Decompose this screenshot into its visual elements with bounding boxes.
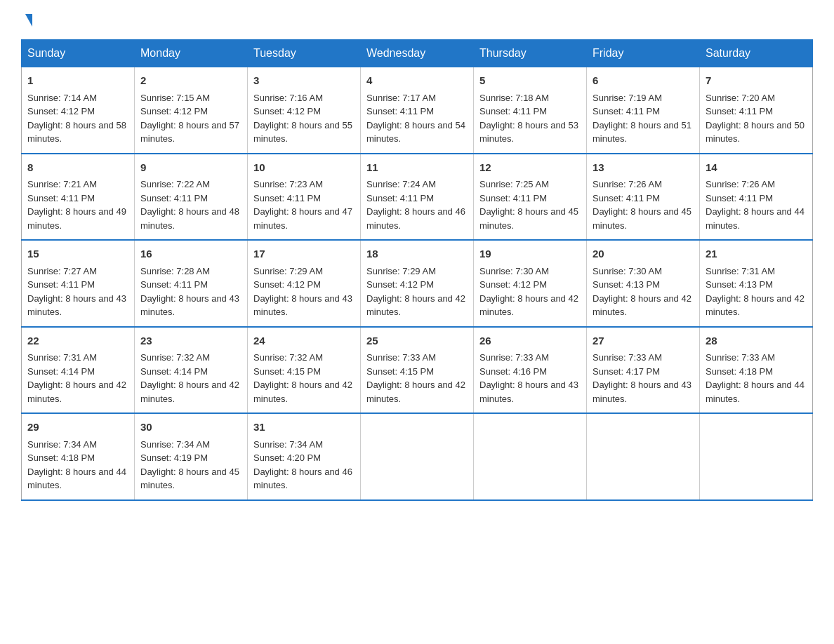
day-info: Sunrise: 7:18 AMSunset: 4:11 PMDaylight:… bbox=[479, 93, 578, 145]
day-number: 16 bbox=[140, 246, 241, 262]
day-info: Sunrise: 7:23 AMSunset: 4:11 PMDaylight:… bbox=[253, 179, 352, 231]
day-number: 17 bbox=[253, 246, 355, 262]
day-number: 6 bbox=[593, 73, 694, 89]
calendar-cell: 12 Sunrise: 7:25 AMSunset: 4:11 PMDaylig… bbox=[474, 154, 587, 241]
day-info: Sunrise: 7:30 AMSunset: 4:12 PMDaylight:… bbox=[479, 266, 578, 318]
day-info: Sunrise: 7:33 AMSunset: 4:16 PMDaylight:… bbox=[479, 352, 578, 404]
calendar-cell bbox=[700, 413, 813, 500]
day-info: Sunrise: 7:34 AMSunset: 4:19 PMDaylight:… bbox=[140, 439, 239, 491]
header bbox=[21, 14, 813, 27]
week-row-2: 8 Sunrise: 7:21 AMSunset: 4:11 PMDayligh… bbox=[22, 154, 813, 241]
calendar-cell: 4 Sunrise: 7:17 AMSunset: 4:11 PMDayligh… bbox=[361, 67, 474, 154]
calendar-cell: 19 Sunrise: 7:30 AMSunset: 4:12 PMDaylig… bbox=[474, 240, 587, 327]
day-number: 14 bbox=[706, 160, 807, 176]
day-number: 27 bbox=[593, 333, 694, 349]
calendar-cell: 9 Sunrise: 7:22 AMSunset: 4:11 PMDayligh… bbox=[135, 154, 248, 241]
calendar-cell bbox=[361, 413, 474, 500]
day-number: 5 bbox=[479, 73, 581, 89]
calendar-cell: 29 Sunrise: 7:34 AMSunset: 4:18 PMDaylig… bbox=[22, 413, 135, 500]
calendar-cell: 26 Sunrise: 7:33 AMSunset: 4:16 PMDaylig… bbox=[474, 327, 587, 414]
day-info: Sunrise: 7:34 AMSunset: 4:18 PMDaylight:… bbox=[27, 439, 126, 491]
calendar-cell: 6 Sunrise: 7:19 AMSunset: 4:11 PMDayligh… bbox=[587, 67, 700, 154]
calendar-cell: 20 Sunrise: 7:30 AMSunset: 4:13 PMDaylig… bbox=[587, 240, 700, 327]
calendar-cell: 7 Sunrise: 7:20 AMSunset: 4:11 PMDayligh… bbox=[700, 67, 813, 154]
day-number: 26 bbox=[479, 333, 581, 349]
day-info: Sunrise: 7:27 AMSunset: 4:11 PMDaylight:… bbox=[27, 266, 126, 318]
calendar-cell bbox=[474, 413, 587, 500]
day-info: Sunrise: 7:22 AMSunset: 4:11 PMDaylight:… bbox=[140, 179, 239, 231]
day-info: Sunrise: 7:14 AMSunset: 4:12 PMDaylight:… bbox=[27, 93, 126, 145]
day-number: 21 bbox=[706, 246, 807, 262]
day-number: 24 bbox=[253, 333, 355, 349]
week-row-5: 29 Sunrise: 7:34 AMSunset: 4:18 PMDaylig… bbox=[22, 413, 813, 500]
calendar-cell: 13 Sunrise: 7:26 AMSunset: 4:11 PMDaylig… bbox=[587, 154, 700, 241]
calendar-cell: 25 Sunrise: 7:33 AMSunset: 4:15 PMDaylig… bbox=[361, 327, 474, 414]
day-number: 22 bbox=[27, 333, 128, 349]
day-info: Sunrise: 7:29 AMSunset: 4:12 PMDaylight:… bbox=[253, 266, 352, 318]
day-info: Sunrise: 7:33 AMSunset: 4:18 PMDaylight:… bbox=[706, 352, 805, 404]
day-number: 20 bbox=[593, 246, 694, 262]
day-of-week-header-saturday: Saturday bbox=[700, 40, 813, 67]
week-row-1: 1 Sunrise: 7:14 AMSunset: 4:12 PMDayligh… bbox=[22, 67, 813, 154]
day-number: 1 bbox=[27, 73, 128, 89]
calendar-cell: 15 Sunrise: 7:27 AMSunset: 4:11 PMDaylig… bbox=[22, 240, 135, 327]
day-info: Sunrise: 7:33 AMSunset: 4:17 PMDaylight:… bbox=[593, 352, 691, 404]
day-info: Sunrise: 7:21 AMSunset: 4:11 PMDaylight:… bbox=[27, 179, 126, 231]
calendar-cell: 21 Sunrise: 7:31 AMSunset: 4:13 PMDaylig… bbox=[700, 240, 813, 327]
calendar-table: SundayMondayTuesdayWednesdayThursdayFrid… bbox=[21, 39, 813, 501]
day-number: 10 bbox=[253, 160, 355, 176]
day-info: Sunrise: 7:31 AMSunset: 4:14 PMDaylight:… bbox=[27, 352, 126, 404]
day-info: Sunrise: 7:31 AMSunset: 4:13 PMDaylight:… bbox=[706, 266, 805, 318]
day-info: Sunrise: 7:19 AMSunset: 4:11 PMDaylight:… bbox=[593, 93, 691, 145]
day-info: Sunrise: 7:32 AMSunset: 4:15 PMDaylight:… bbox=[253, 352, 352, 404]
day-info: Sunrise: 7:26 AMSunset: 4:11 PMDaylight:… bbox=[706, 179, 805, 231]
calendar-cell bbox=[587, 413, 700, 500]
calendar-cell: 1 Sunrise: 7:14 AMSunset: 4:12 PMDayligh… bbox=[22, 67, 135, 154]
calendar-cell: 28 Sunrise: 7:33 AMSunset: 4:18 PMDaylig… bbox=[700, 327, 813, 414]
day-number: 18 bbox=[366, 246, 468, 262]
day-number: 19 bbox=[479, 246, 581, 262]
day-number: 12 bbox=[479, 160, 581, 176]
calendar-cell: 23 Sunrise: 7:32 AMSunset: 4:14 PMDaylig… bbox=[135, 327, 248, 414]
day-info: Sunrise: 7:24 AMSunset: 4:11 PMDaylight:… bbox=[366, 179, 465, 231]
day-of-week-header-thursday: Thursday bbox=[474, 40, 587, 67]
day-number: 30 bbox=[140, 420, 241, 436]
logo-triangle-icon bbox=[25, 14, 32, 27]
day-number: 7 bbox=[706, 73, 807, 89]
day-number: 31 bbox=[253, 420, 355, 436]
calendar-cell: 5 Sunrise: 7:18 AMSunset: 4:11 PMDayligh… bbox=[474, 67, 587, 154]
calendar-cell: 18 Sunrise: 7:29 AMSunset: 4:12 PMDaylig… bbox=[361, 240, 474, 327]
day-info: Sunrise: 7:17 AMSunset: 4:11 PMDaylight:… bbox=[366, 93, 465, 145]
day-number: 29 bbox=[27, 420, 128, 436]
day-of-week-header-sunday: Sunday bbox=[22, 40, 135, 67]
calendar-cell: 27 Sunrise: 7:33 AMSunset: 4:17 PMDaylig… bbox=[587, 327, 700, 414]
day-number: 8 bbox=[27, 160, 128, 176]
days-of-week-row: SundayMondayTuesdayWednesdayThursdayFrid… bbox=[22, 40, 813, 67]
day-number: 13 bbox=[593, 160, 694, 176]
calendar-cell: 10 Sunrise: 7:23 AMSunset: 4:11 PMDaylig… bbox=[248, 154, 361, 241]
day-number: 23 bbox=[140, 333, 241, 349]
week-row-4: 22 Sunrise: 7:31 AMSunset: 4:14 PMDaylig… bbox=[22, 327, 813, 414]
calendar-cell: 2 Sunrise: 7:15 AMSunset: 4:12 PMDayligh… bbox=[135, 67, 248, 154]
calendar-cell: 30 Sunrise: 7:34 AMSunset: 4:19 PMDaylig… bbox=[135, 413, 248, 500]
day-info: Sunrise: 7:20 AMSunset: 4:11 PMDaylight:… bbox=[706, 93, 805, 145]
calendar-cell: 16 Sunrise: 7:28 AMSunset: 4:11 PMDaylig… bbox=[135, 240, 248, 327]
day-number: 9 bbox=[140, 160, 241, 176]
day-info: Sunrise: 7:32 AMSunset: 4:14 PMDaylight:… bbox=[140, 352, 239, 404]
day-of-week-header-tuesday: Tuesday bbox=[248, 40, 361, 67]
logo bbox=[21, 14, 32, 27]
week-row-3: 15 Sunrise: 7:27 AMSunset: 4:11 PMDaylig… bbox=[22, 240, 813, 327]
day-info: Sunrise: 7:28 AMSunset: 4:11 PMDaylight:… bbox=[140, 266, 239, 318]
calendar-cell: 11 Sunrise: 7:24 AMSunset: 4:11 PMDaylig… bbox=[361, 154, 474, 241]
calendar-cell: 24 Sunrise: 7:32 AMSunset: 4:15 PMDaylig… bbox=[248, 327, 361, 414]
day-number: 2 bbox=[140, 73, 241, 89]
day-info: Sunrise: 7:29 AMSunset: 4:12 PMDaylight:… bbox=[366, 266, 465, 318]
day-of-week-header-monday: Monday bbox=[135, 40, 248, 67]
logo-blue-text bbox=[21, 14, 32, 27]
day-number: 11 bbox=[366, 160, 468, 176]
day-number: 4 bbox=[366, 73, 468, 89]
day-number: 25 bbox=[366, 333, 468, 349]
day-info: Sunrise: 7:33 AMSunset: 4:15 PMDaylight:… bbox=[366, 352, 465, 404]
day-info: Sunrise: 7:15 AMSunset: 4:12 PMDaylight:… bbox=[140, 93, 239, 145]
day-info: Sunrise: 7:30 AMSunset: 4:13 PMDaylight:… bbox=[593, 266, 691, 318]
